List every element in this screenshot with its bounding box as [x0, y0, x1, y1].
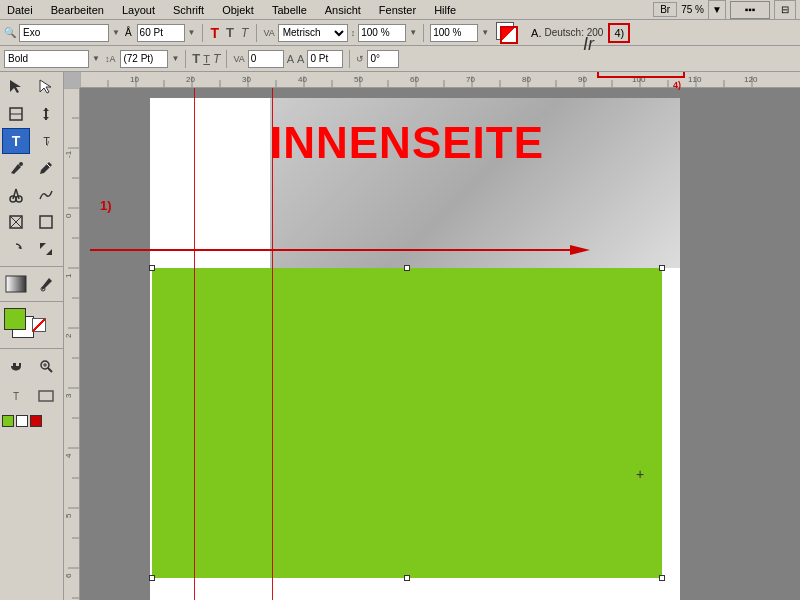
stroke-box: [500, 26, 518, 44]
svg-marker-93: [570, 245, 590, 255]
metric-select[interactable]: Metrisch: [278, 24, 348, 42]
menu-tabelle[interactable]: Tabelle: [269, 3, 310, 17]
svg-text:110: 110: [688, 75, 702, 84]
tool-grid: T T /: [0, 72, 63, 264]
va-label: VA: [263, 28, 274, 38]
rect-shape-btn[interactable]: [32, 209, 60, 235]
zoom-input-right[interactable]: [430, 24, 478, 42]
svg-text:40: 40: [298, 75, 307, 84]
gradient-tool-btn[interactable]: [2, 271, 30, 297]
zoom-down-btn[interactable]: ▼: [708, 0, 726, 20]
smooth-btn[interactable]: [32, 182, 60, 208]
fill-color-swatch[interactable]: [4, 308, 26, 330]
nav-tools: [0, 351, 63, 381]
ir-text-display: Ir: [583, 34, 594, 55]
svg-text:1: 1: [64, 273, 73, 278]
svg-text:3: 3: [64, 393, 73, 398]
path-indicator: /: [47, 140, 49, 147]
svg-text:4: 4: [64, 453, 73, 458]
menu-schrift[interactable]: Schrift: [170, 3, 207, 17]
tool-separator-3: [0, 348, 63, 349]
pen-tool-btn[interactable]: [2, 155, 30, 181]
t-icon-3: T: [213, 52, 220, 66]
font-size-dropdown[interactable]: ▼: [188, 28, 196, 37]
scale-h-icon: A: [287, 53, 294, 65]
guide-v1: [194, 88, 195, 600]
svg-rect-65: [64, 88, 80, 600]
handle-tm: [404, 265, 410, 271]
view-options[interactable]: ▪▪▪: [730, 1, 770, 19]
fill-stroke-boxes[interactable]: [496, 22, 524, 44]
leading-icon: ↕A: [103, 54, 118, 64]
font-dropdown-arrow[interactable]: ▼: [112, 28, 120, 37]
font-style-input[interactable]: [4, 50, 89, 68]
menu-fenster[interactable]: Fenster: [376, 3, 419, 17]
svg-rect-20: [6, 276, 26, 292]
gradient-tools: [0, 269, 63, 299]
ruler-top-svg: 10 20 30 40 50 60 70 80 90 100 110 120: [80, 72, 800, 88]
type-tool-label: T: [12, 133, 21, 149]
type-path-btn[interactable]: T /: [32, 128, 60, 154]
hand-tool-btn[interactable]: [2, 353, 30, 379]
annotation-number: 1): [100, 198, 112, 213]
zoom-tool-btn[interactable]: [32, 353, 60, 379]
rotate-btn[interactable]: [2, 236, 30, 262]
select-tool-btn[interactable]: [2, 74, 30, 100]
font-name-input[interactable]: [19, 24, 109, 42]
color-red-chip[interactable]: [30, 415, 42, 427]
svg-text:60: 60: [410, 75, 419, 84]
menu-objekt[interactable]: Objekt: [219, 3, 257, 17]
red-arrow-svg: [80, 240, 600, 260]
scale-h-input[interactable]: [307, 50, 343, 68]
menu-hilfe[interactable]: Hilfe: [431, 3, 459, 17]
angle-input[interactable]: [367, 50, 399, 68]
pencil-btn[interactable]: [32, 155, 60, 181]
font-size-input[interactable]: [137, 24, 185, 42]
scissors-btn[interactable]: [2, 182, 30, 208]
text-frame-btn[interactable]: T: [2, 383, 30, 409]
color-white-chip[interactable]: [16, 415, 28, 427]
page-tool-btn[interactable]: [2, 101, 30, 127]
svg-rect-26: [39, 391, 53, 401]
leading-dropdown[interactable]: ▼: [171, 54, 179, 63]
panels-toggle[interactable]: ⊟: [774, 0, 796, 20]
svg-text:80: 80: [522, 75, 531, 84]
no-color-box[interactable]: [32, 318, 46, 332]
svg-text:0: 0: [64, 213, 73, 218]
a-label: A.: [531, 27, 541, 39]
menu-layout[interactable]: Layout: [119, 3, 158, 17]
color-green-chip[interactable]: [2, 415, 14, 427]
menu-bearbeiten[interactable]: Bearbeiten: [48, 3, 107, 17]
rect-frame-btn[interactable]: [2, 209, 30, 235]
svg-text:6: 6: [64, 573, 73, 578]
scale-input[interactable]: [358, 24, 406, 42]
type-tool-btn[interactable]: T: [2, 128, 30, 154]
color-strip: [0, 411, 63, 431]
svg-text:-1: -1: [64, 150, 73, 158]
green-rect[interactable]: [152, 268, 662, 578]
shape-frame-btn[interactable]: [32, 383, 60, 409]
scale-icon: ↕: [351, 28, 356, 38]
style-dropdown[interactable]: ▼: [92, 54, 100, 63]
tracking-input[interactable]: [248, 50, 284, 68]
font-search-icon: 🔍: [4, 27, 16, 38]
main-area: T T /: [0, 72, 800, 600]
color-swatch-group: [4, 308, 48, 342]
canvas[interactable]: INNENSEITE 1) +: [80, 88, 800, 600]
crosshair-cursor: +: [636, 466, 644, 482]
svg-text:100: 100: [632, 75, 646, 84]
svg-text:120: 120: [744, 75, 758, 84]
menu-ansicht[interactable]: Ansicht: [322, 3, 364, 17]
scale-btn[interactable]: [32, 236, 60, 262]
leading-input[interactable]: [120, 50, 168, 68]
sep-6: [349, 50, 350, 68]
svg-rect-16: [40, 216, 52, 228]
gap-tool-btn[interactable]: [32, 101, 60, 127]
t-icon-2: T: [203, 53, 210, 65]
eyedrop-btn[interactable]: [32, 271, 60, 297]
menu-datei[interactable]: Datei: [4, 3, 36, 17]
extra-tools: T: [0, 381, 63, 411]
scale-dropdown[interactable]: ▼: [409, 28, 417, 37]
direct-select-btn[interactable]: [32, 74, 60, 100]
zoom-right-dropdown[interactable]: ▼: [481, 28, 489, 37]
